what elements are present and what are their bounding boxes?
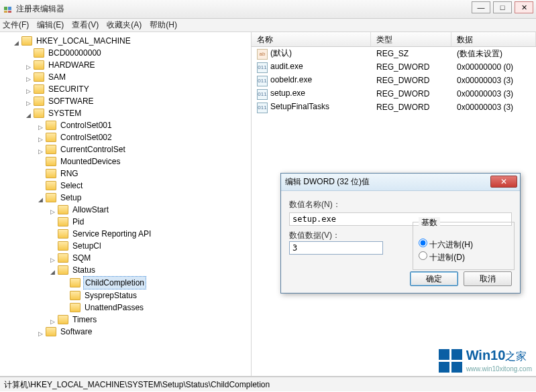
expand-icon[interactable]: ▷ [36, 328, 44, 336]
expand-icon[interactable]: ▷ [48, 254, 56, 262]
window-buttons: — □ ✕ [469, 1, 533, 13]
folder-icon [58, 253, 68, 263]
tree-node[interactable]: ▷ControlSet001 [1, 119, 251, 131]
windows-icon [439, 349, 462, 373]
tree-node[interactable]: Pid [1, 216, 251, 228]
menu-view[interactable]: 查看(V) [72, 19, 99, 31]
tree-node[interactable]: SysprepStatus [1, 289, 251, 302]
list-row[interactable]: 011audit.exeREG_DWORD0x00000000 (0) [252, 60, 536, 74]
tree-label: SysprepStatus [83, 289, 138, 302]
value-name-label: 数值名称(N)： [289, 199, 512, 210]
radio-hex-input[interactable] [419, 239, 427, 247]
string-icon: ab [257, 49, 268, 60]
folder-icon [70, 278, 81, 287]
expand-icon[interactable]: ▷ [24, 61, 32, 69]
radio-dec[interactable]: 十进制(D) [419, 251, 508, 263]
menu-favorites[interactable]: 收藏夹(A) [107, 19, 142, 31]
tree-node[interactable]: MountedDevices [1, 155, 251, 168]
folder-icon [46, 157, 56, 166]
collapse-icon[interactable]: ◢ [24, 109, 32, 117]
cell-type: REG_DWORD [371, 103, 451, 112]
menu-file[interactable]: 文件(F) [3, 19, 29, 31]
tree-node[interactable]: UnattendPasses [1, 302, 251, 314]
tree-node[interactable]: ▷SQM [1, 252, 251, 264]
tree-node[interactable]: ▷Software [1, 326, 251, 338]
expand-icon[interactable]: ▷ [48, 316, 56, 324]
tree-node-status[interactable]: ◢Status [1, 264, 251, 276]
tree-node[interactable]: SetupCl [1, 240, 251, 252]
folder-icon [46, 193, 56, 202]
tree-node[interactable]: ▷SAM [1, 71, 251, 83]
dialog-buttons: 确定 取消 [405, 271, 512, 286]
tree-node[interactable]: ▷ControlSet002 [1, 131, 251, 143]
expand-icon[interactable]: ▷ [24, 97, 32, 105]
tree-node-childcompletion[interactable]: ChildCompletion [1, 276, 251, 289]
collapse-icon[interactable]: ◢ [12, 37, 20, 45]
tree-label: UnattendPasses [83, 302, 145, 314]
value-data-input[interactable] [289, 241, 383, 255]
col-name[interactable]: 名称 [252, 32, 371, 46]
expand-icon[interactable]: ▷ [24, 73, 32, 81]
svg-rect-2 [4, 11, 7, 13]
tree-label: CurrentControlSet [59, 143, 127, 155]
tree-node[interactable]: BCD00000000 [1, 47, 251, 59]
tree-node[interactable]: ▷CurrentControlSet [1, 143, 251, 155]
binary-icon: 011 [257, 62, 268, 73]
maximize-button[interactable]: □ [493, 1, 512, 13]
radio-dec-input[interactable] [419, 251, 427, 260]
ok-button[interactable]: 确定 [410, 271, 458, 286]
folder-icon [46, 169, 56, 178]
folder-icon [70, 303, 81, 312]
tree-label: SOFTWARE [47, 95, 95, 107]
tree-view[interactable]: ◢HKEY_LOCAL_MACHINE BCD00000000 ▷HARDWAR… [0, 32, 252, 376]
menu-edit[interactable]: 编辑(E) [37, 19, 64, 31]
list-row[interactable]: 011setup.exeREG_DWORD0x00000003 (3) [252, 87, 536, 101]
tree-label: ControlSet002 [59, 131, 113, 143]
list-row[interactable]: 011oobeldr.exeREG_DWORD0x00000003 (3) [252, 74, 536, 87]
col-type[interactable]: 类型 [371, 32, 451, 46]
cell-type: REG_DWORD [371, 76, 451, 85]
tree-node[interactable]: ▷HARDWARE [1, 59, 251, 71]
cancel-button[interactable]: 取消 [464, 271, 512, 286]
radio-hex[interactable]: 十六进制(H) [419, 239, 508, 251]
svg-rect-3 [8, 11, 11, 13]
tree-node[interactable]: ▷Timers [1, 314, 251, 326]
col-data[interactable]: 数据 [451, 32, 536, 46]
expand-icon[interactable]: ▷ [36, 133, 44, 141]
menu-help[interactable]: 帮助(H) [150, 19, 177, 31]
list-row[interactable]: 011SetupFinalTasksREG_DWORD0x00000003 (3… [252, 101, 536, 114]
expand-icon[interactable]: ▷ [48, 206, 56, 214]
folder-icon [34, 60, 44, 70]
tree-node[interactable]: RNG [1, 168, 251, 180]
folder-icon [46, 327, 56, 336]
status-path: 计算机\HKEY_LOCAL_MACHINE\SYSTEM\Setup\Stat… [4, 380, 270, 389]
cell-data: (数值未设置) [451, 48, 536, 60]
expand-icon[interactable]: ▷ [24, 85, 32, 93]
minimize-button[interactable]: — [472, 1, 490, 13]
tree-label: AllowStart [71, 204, 110, 216]
folder-icon [58, 217, 68, 226]
folder-icon [46, 181, 56, 190]
close-button[interactable]: ✕ [515, 1, 533, 13]
tree-node-hklm[interactable]: ◢HKEY_LOCAL_MACHINE [1, 35, 251, 47]
menubar: 文件(F) 编辑(E) 查看(V) 收藏夹(A) 帮助(H) [0, 19, 536, 32]
expand-icon[interactable]: ▷ [36, 145, 44, 153]
tree-node[interactable]: ▷SOFTWARE [1, 95, 251, 107]
binary-icon: 011 [257, 76, 268, 86]
collapse-icon[interactable]: ◢ [36, 194, 44, 202]
tree-node-system[interactable]: ◢SYSTEM [1, 107, 251, 119]
tree-node[interactable]: ▷AllowStart [1, 204, 251, 216]
collapse-icon[interactable]: ◢ [48, 266, 56, 274]
expand-icon[interactable]: ▷ [36, 121, 44, 129]
tree-node[interactable]: ▷SECURITY [1, 83, 251, 95]
folder-icon [34, 84, 44, 94]
cell-name: audit.exe [270, 62, 303, 71]
list-row[interactable]: ab(默认)REG_SZ(数值未设置) [252, 47, 536, 60]
dialog-close-button[interactable]: ✕ [490, 176, 517, 188]
tree-label: SQM [71, 252, 92, 264]
dialog-titlebar[interactable]: 编辑 DWORD (32 位)值 ✕ [281, 174, 520, 191]
tree-node[interactable]: Select [1, 180, 251, 192]
tree-node-setup[interactable]: ◢Setup [1, 192, 251, 204]
tree-node[interactable]: Service Reporting API [1, 228, 251, 240]
tree-label: Service Reporting API [71, 228, 152, 240]
